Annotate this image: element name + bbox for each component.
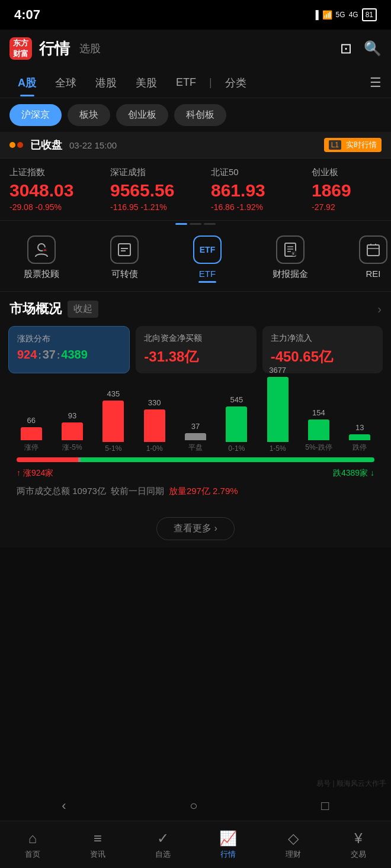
sub-nav: 沪深京 板块 创业板 科创板 — [0, 98, 391, 132]
bar-count: 3677 — [269, 366, 286, 375]
bar-rect — [267, 377, 289, 442]
tab-hk[interactable]: 港股 — [87, 70, 125, 96]
index-card-shanghai[interactable]: 上证指数 3048.03 -29.08 -0.95% — [9, 167, 110, 212]
bottom-nav-news[interactable]: ≡ 资讯 — [65, 830, 130, 860]
scroll-indicator — [0, 221, 391, 227]
subnav-shanghai-shenzhen[interactable]: 沪深京 — [9, 104, 62, 126]
index-change: -27.92 — [312, 202, 391, 212]
card-title: 涨跌分布 — [17, 334, 121, 344]
subnav-sector[interactable]: 板块 — [68, 104, 110, 126]
svg-text:¥: ¥ — [292, 251, 294, 256]
market-status-text: 已收盘 — [30, 138, 62, 152]
separator-2: : — [57, 350, 60, 361]
bottom-nav-market[interactable]: 📈 行情 — [196, 830, 261, 860]
card-value-mainforce: -450.65亿 — [271, 347, 374, 366]
index-card-beijing50[interactable]: 北证50 861.93 -16.86 -1.92% — [211, 167, 312, 212]
see-more-button[interactable]: 查看更多 › — [156, 517, 235, 540]
tab-divider: | — [207, 76, 214, 89]
bar-rect — [144, 409, 165, 442]
realtime-badge[interactable]: L1 实时行情 — [324, 138, 382, 152]
quick-link-convertible[interactable]: 可转债 — [83, 235, 166, 283]
bar-rect — [226, 406, 247, 442]
index-card-shenzhen[interactable]: 深证成指 9565.56 -116.95 -1.21% — [110, 167, 211, 212]
bar-count: 13 — [355, 423, 364, 432]
bar-rect — [21, 427, 42, 440]
bar-count: 330 — [148, 398, 161, 407]
5g-icon: 5G — [336, 11, 345, 19]
quick-link-label: 股票投顾 — [24, 269, 59, 280]
index-value: 861.93 — [211, 180, 302, 200]
quick-link-rei[interactable]: REI — [332, 235, 391, 283]
export-icon[interactable]: ⊡ — [340, 40, 352, 57]
quick-link-label: ETF — [199, 269, 216, 279]
quick-link-etf[interactable]: ETF ETF — [166, 235, 249, 283]
bar-group-5-limit-down: 154 5%-跌停 — [298, 408, 339, 453]
quick-link-financial-report[interactable]: ¥ 财报掘金 — [249, 235, 332, 283]
menu-icon[interactable]: ☰ — [370, 75, 382, 91]
bar-rect — [185, 433, 206, 440]
tab-a-shares[interactable]: A股 — [9, 70, 44, 96]
status-icons: ▐ 📶 5G 4G 81 — [313, 8, 377, 21]
status-time: 4:07 — [14, 7, 40, 22]
card-value-distribution: 924 : 37 : 4389 — [17, 348, 121, 362]
bar-label: 1-0% — [146, 444, 163, 453]
bottom-nav-watchlist[interactable]: ✓ 自选 — [130, 830, 196, 860]
watchlist-label: 自选 — [155, 849, 171, 860]
bottom-nav-home[interactable]: ⌂ 首页 — [0, 830, 65, 860]
bar-label: 0-1% — [228, 444, 245, 453]
index-change: -116.95 -1.21% — [110, 202, 201, 212]
bottom-nav-wealth[interactable]: ◇ 理财 — [261, 830, 326, 860]
index-value: 1869 — [312, 180, 391, 200]
bar-group-0-1: 545 0-1% — [216, 395, 257, 453]
quick-link-label: REI — [366, 269, 380, 279]
etf-active-underline — [198, 281, 216, 283]
label-down: 跌4389家 ↓ — [333, 468, 374, 479]
wealth-label: 理财 — [286, 849, 301, 860]
trade-info-row: 两市成交总额 10973亿 较前一日同期 放量297亿 2.79% — [8, 481, 383, 502]
index-name: 北证50 — [211, 167, 302, 178]
bar-label: 平盘 — [188, 443, 203, 453]
quick-link-label: 可转债 — [111, 269, 138, 280]
progress-bar — [17, 457, 374, 462]
system-nav: ‹ ○ □ — [0, 791, 391, 821]
header-subtitle: 选股 — [79, 41, 101, 56]
bar-group-1-5: 3677 1-5% — [257, 366, 298, 453]
trade-label: 交易 — [351, 849, 366, 860]
tab-us[interactable]: 美股 — [127, 70, 165, 96]
bar-label: 跌停 — [352, 443, 367, 453]
collapse-button[interactable]: 收起 — [68, 301, 98, 318]
tab-etf[interactable]: ETF — [168, 70, 204, 95]
bar-count: 66 — [27, 416, 35, 425]
market-label: 行情 — [220, 849, 236, 860]
signal-icon: ▐ — [313, 10, 319, 20]
bar-label: 5-1% — [105, 444, 121, 453]
bar-label: 涨停 — [24, 443, 39, 453]
quick-link-stock-advisor[interactable]: 股票投顾 — [0, 235, 83, 283]
dot-orange — [9, 142, 15, 148]
page-title: 行情 — [39, 38, 70, 59]
tab-category[interactable]: 分类 — [217, 70, 255, 96]
bar-group-limit-down: 13 跌停 — [339, 423, 380, 453]
bar-count: 435 — [107, 389, 120, 398]
home-label: 首页 — [25, 849, 40, 860]
bar-group-1-0: 330 1-0% — [134, 398, 175, 453]
bar-label: 1-5% — [270, 444, 286, 453]
section-header: 市场概况 收起 › — [0, 292, 391, 326]
bottom-nav-trade[interactable]: ¥ 交易 — [326, 830, 391, 860]
search-icon[interactable]: 🔍 — [364, 40, 382, 57]
svg-rect-2 — [118, 244, 130, 256]
northbound-card[interactable]: 北向资金净买额 -31.38亿 — [136, 326, 256, 373]
distribution-card[interactable]: 涨跌分布 924 : 37 : 4389 — [8, 326, 130, 373]
back-button[interactable]: ‹ — [62, 798, 66, 814]
scroll-dot-1 — [175, 223, 187, 225]
bar-rect — [102, 401, 124, 442]
news-icon: ≡ — [94, 830, 102, 847]
index-card-chinext[interactable]: 创业板 1869 -27.92 — [312, 167, 391, 212]
home-button[interactable]: ○ — [190, 798, 197, 814]
recents-button[interactable]: □ — [321, 798, 329, 814]
subnav-star[interactable]: 科创板 — [174, 104, 226, 126]
subnav-chinext[interactable]: 创业板 — [116, 104, 168, 126]
status-dot-group — [9, 142, 23, 148]
progress-labels: ↑ 涨924家 跌4389家 ↓ — [8, 466, 383, 481]
tab-global[interactable]: 全球 — [47, 70, 85, 96]
